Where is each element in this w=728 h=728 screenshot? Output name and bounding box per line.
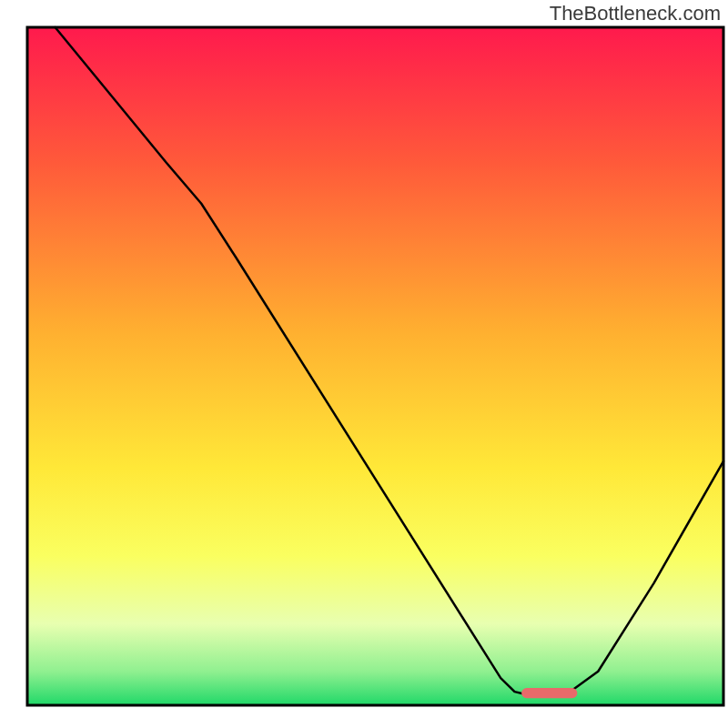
chart-svg <box>0 0 728 728</box>
svg-rect-0 <box>27 27 723 705</box>
watermark-text: TheBottleneck.com <box>550 2 721 25</box>
bottleneck-chart: TheBottleneck.com <box>0 0 728 728</box>
svg-rect-1 <box>521 688 577 698</box>
